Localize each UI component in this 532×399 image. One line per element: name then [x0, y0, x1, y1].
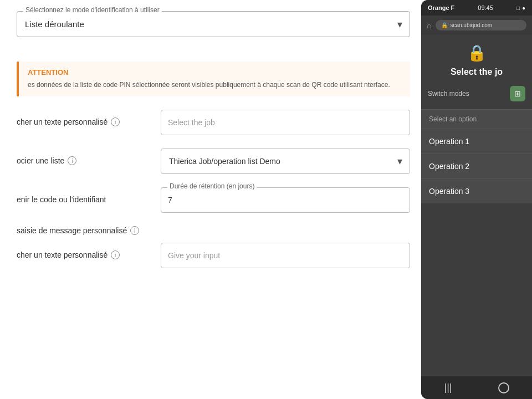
nav-home-button[interactable] [498, 382, 509, 393]
code-label: enir le code ou l'identifiant [17, 187, 161, 204]
mobile-lock-icon-wrap: 🔒 [467, 44, 487, 62]
job-text-row: cher un texte personnalisé i [17, 110, 410, 135]
mode-select-label: Sélectionnez le mode d'identification à … [23, 6, 162, 14]
list-dropdown[interactable]: Thierica Job/operation list Demo [161, 149, 410, 174]
warning-title: ATTENTION [28, 68, 401, 76]
job-text-info-icon[interactable]: i [111, 117, 120, 126]
switch-modes-label: Switch modes [428, 90, 469, 98]
warning-box: ATTENTION es données de la liste de code… [17, 62, 410, 96]
input-text-input[interactable] [161, 243, 410, 268]
list-info-icon[interactable]: i [68, 156, 76, 165]
list-row: ocier une liste i Thierica Job/operation… [17, 149, 410, 174]
input-text-label: cher un texte personnalisé i [17, 243, 161, 259]
warning-text: es données de la liste de code PIN sélec… [28, 80, 401, 90]
time-text: 09:45 [478, 4, 493, 11]
dropdown-option-2[interactable]: Operation 2 [421, 154, 532, 179]
section-label: saisie de message personnalisé i [17, 226, 410, 235]
job-text-label: cher un texte personnalisé i [17, 110, 161, 126]
duree-wrap: Durée de rétention (en jours) [161, 187, 410, 213]
dropdown-option-3[interactable]: Operation 3 [421, 179, 532, 203]
mobile-dropdown: Select an option Operation 1 Operation 2… [421, 109, 532, 203]
mobile-content: 🔒 Select the jo Switch modes ⊞ Select an… [421, 35, 532, 376]
signal-icon: □ [516, 5, 520, 11]
input-text-row: cher un texte personnalisé i [17, 243, 410, 268]
url-text: scan.ubiqod.com [450, 22, 492, 28]
home-icon[interactable]: ⌂ [427, 21, 431, 30]
dropdown-header: Select an option [421, 110, 532, 129]
mode-select[interactable]: Liste déroulante [17, 11, 410, 37]
code-row: enir le code ou l'identifiant Durée de r… [17, 187, 410, 213]
nav-back-button[interactable]: ||| [444, 382, 452, 393]
switch-modes-icon[interactable]: ⊞ [510, 86, 525, 101]
duree-input[interactable] [161, 187, 410, 213]
mobile-page-title: Select the jo [442, 66, 511, 78]
list-label: ocier une liste i [17, 149, 161, 165]
duree-field-label: Durée de rétention (en jours) [167, 182, 257, 190]
url-bar[interactable]: 🔒 scan.ubiqod.com [436, 20, 526, 30]
mobile-browser-bar: ⌂ 🔒 scan.ubiqod.com [421, 16, 532, 35]
carrier-text: Orange F [428, 4, 454, 11]
mobile-status-bar: Orange F 09:45 □ ● [421, 0, 532, 16]
list-dropdown-wrap: Thierica Job/operation list Demo ▾ [161, 149, 410, 174]
status-icons: □ ● [516, 5, 525, 11]
switch-modes-bar: Switch modes ⊞ [421, 83, 532, 105]
input-text-info-icon[interactable]: i [111, 250, 120, 259]
input-text-wrap [161, 243, 410, 268]
mobile-nav-bar: ||| [421, 376, 532, 399]
web-form-area: Sélectionnez le mode d'identification à … [0, 0, 427, 399]
lock-url-icon: 🔒 [441, 22, 448, 28]
dropdown-option-1[interactable]: Operation 1 [421, 129, 532, 154]
top-select-row: Sélectionnez le mode d'identification à … [17, 11, 410, 48]
mobile-lock-icon: 🔒 [467, 44, 487, 62]
job-text-input-wrap [161, 110, 410, 135]
section-info-icon[interactable]: i [130, 226, 139, 235]
job-text-input[interactable] [161, 110, 410, 135]
battery-icon: ● [522, 5, 525, 11]
mobile-device: Orange F 09:45 □ ● ⌂ 🔒 scan.ubiqod.com 🔒… [421, 0, 532, 399]
top-select-wrap: Sélectionnez le mode d'identification à … [17, 11, 410, 37]
